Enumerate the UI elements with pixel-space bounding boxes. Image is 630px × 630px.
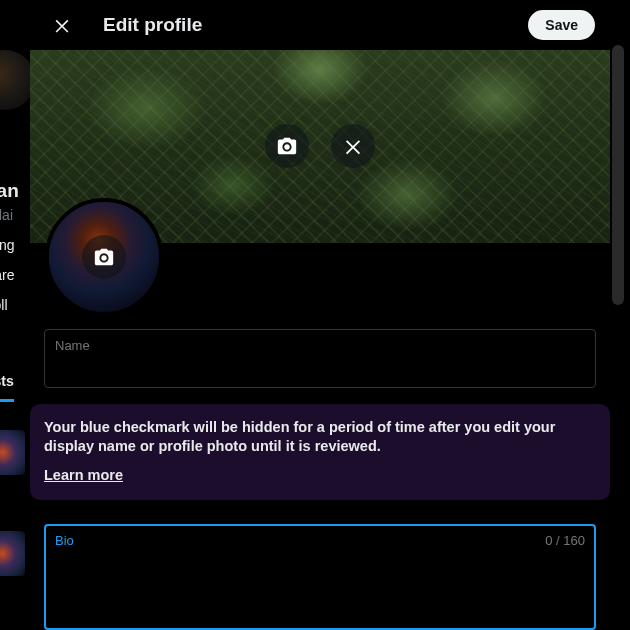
notice-text: Your blue checkmark will be hidden for a… xyxy=(44,418,596,457)
bg-tab-posts: osts xyxy=(0,373,14,402)
modal-title: Edit profile xyxy=(103,14,528,36)
close-icon xyxy=(342,135,364,157)
banner-actions xyxy=(265,124,375,168)
bio-input[interactable] xyxy=(55,550,585,615)
bg-media-thumb-1 xyxy=(0,430,25,475)
close-icon xyxy=(52,15,72,35)
camera-icon xyxy=(276,135,298,157)
learn-more-link[interactable]: Learn more xyxy=(44,467,123,483)
name-label: Name xyxy=(55,338,585,353)
close-button[interactable] xyxy=(45,8,79,42)
change-banner-button[interactable] xyxy=(265,124,309,168)
change-avatar-button[interactable] xyxy=(82,235,126,279)
bio-counter: 0 / 160 xyxy=(545,533,585,548)
bio-label: Bio xyxy=(55,533,585,548)
modal-header: Edit profile Save xyxy=(30,0,610,50)
profile-avatar xyxy=(45,198,163,316)
scrollbar[interactable] xyxy=(612,0,624,630)
checkmark-notice: Your blue checkmark will be hidden for a… xyxy=(30,404,610,500)
bio-field[interactable]: Bio 0 / 160 xyxy=(44,524,596,630)
name-field[interactable]: Name xyxy=(44,329,596,388)
name-input[interactable] xyxy=(55,355,585,377)
scrollbar-thumb[interactable] xyxy=(612,45,624,305)
bg-media-thumb-2 xyxy=(0,531,25,576)
edit-profile-modal: Edit profile Save Name Your blue checkma… xyxy=(30,0,610,630)
save-button[interactable]: Save xyxy=(528,10,595,40)
remove-banner-button[interactable] xyxy=(331,124,375,168)
camera-icon xyxy=(93,246,115,268)
